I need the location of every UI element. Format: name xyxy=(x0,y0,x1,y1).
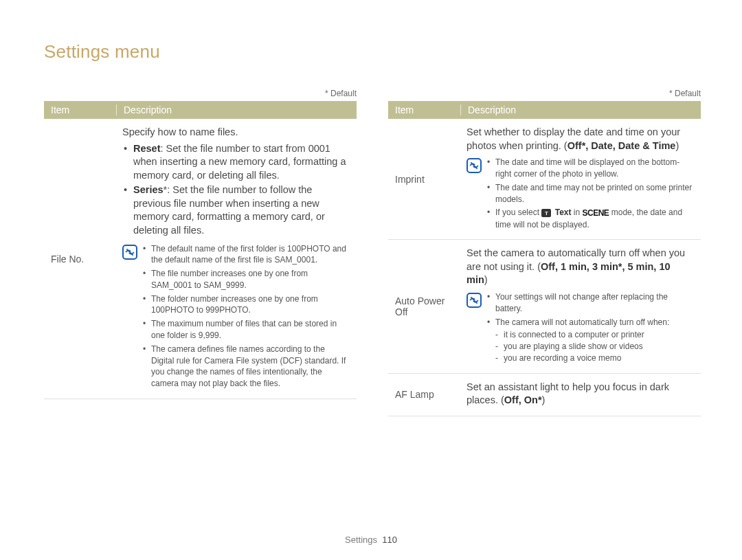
table-row: File No. Specify how to name files. Rese… xyxy=(44,119,357,399)
apo-sublist: it is connected to a computer or printer… xyxy=(495,329,694,363)
note-item: The date and time will be displayed on t… xyxy=(487,157,694,180)
th-item: Item xyxy=(44,104,117,115)
file-no-intro: Specify how to name files. xyxy=(122,126,350,139)
file-no-options: Reset: Set the file number to start from… xyxy=(122,142,350,238)
note-icon xyxy=(466,293,482,308)
aflamp-intro: Set an assistant light to help you focus… xyxy=(466,381,694,407)
default-note-right: * Default xyxy=(388,89,701,98)
imprint-intro: Set whether to display the date and time… xyxy=(466,126,694,153)
file-no-reset: Reset: Set the file number to start from… xyxy=(122,142,350,183)
row-description: Set the camera to automatically turn off… xyxy=(461,240,701,372)
page-footer: Settings 110 xyxy=(0,535,742,545)
default-note-left: * Default xyxy=(44,89,357,98)
file-no-notes: The default name of the first folder is … xyxy=(143,243,350,392)
th-item: Item xyxy=(388,104,461,115)
footer-section: Settings xyxy=(345,535,377,545)
sub-item: you are recording a voice memo xyxy=(495,352,694,364)
apo-intro: Set the camera to automatically turn off… xyxy=(466,247,694,287)
note-item: Your settings will not change after repl… xyxy=(487,291,694,315)
file-no-series: Series*: Set the file number to follow t… xyxy=(122,183,350,237)
reset-text: : Set the file number to start from 0001… xyxy=(133,143,346,181)
note-box: The default name of the first folder is … xyxy=(122,243,350,392)
note-box: The date and time will be displayed on t… xyxy=(466,157,694,232)
sub-item: it is connected to a computer or printer xyxy=(495,329,694,341)
note-icon xyxy=(122,245,137,260)
footer-page-number: 110 xyxy=(382,535,397,545)
note-item: The default name of the first folder is … xyxy=(143,243,350,267)
left-column: * Default Item Description File No. Spec… xyxy=(44,89,357,416)
note-item: If you select T Text in SCENE mode, the … xyxy=(487,207,694,230)
apo-notes: Your settings will not change after repl… xyxy=(487,291,694,366)
table-row: Imprint Set whether to display the date … xyxy=(388,119,701,240)
note-icon xyxy=(466,158,482,173)
content-columns: * Default Item Description File No. Spec… xyxy=(44,89,701,416)
table-header: Item Description xyxy=(388,101,701,119)
sub-item: you are playing a slide show or videos xyxy=(495,341,694,352)
table-header: Item Description xyxy=(44,101,357,119)
row-description: Set an assistant light to help you focus… xyxy=(461,374,701,416)
row-description: Specify how to name files. Reset: Set th… xyxy=(117,119,357,399)
row-item-label: Imprint xyxy=(388,119,461,239)
note-item: The camera defines file names according … xyxy=(143,344,350,390)
th-description: Description xyxy=(117,104,357,115)
scene-mode-icon: SCENE xyxy=(583,208,609,219)
note-item: The folder number increases one by one f… xyxy=(143,293,350,317)
row-description: Set whether to display the date and time… xyxy=(461,119,701,239)
row-item-label: File No. xyxy=(44,119,117,399)
table-body-right: Imprint Set whether to display the date … xyxy=(388,119,701,416)
row-item-label: AF Lamp xyxy=(388,374,461,416)
text-mode-icon: T xyxy=(541,209,551,217)
page-title: Settings menu xyxy=(44,41,701,63)
row-item-label: Auto Power Off xyxy=(388,240,461,372)
note-item: The date and time may not be printed on … xyxy=(487,182,694,205)
series-label: Series xyxy=(133,184,164,195)
imprint-notes: The date and time will be displayed on t… xyxy=(487,157,694,232)
note-box: Your settings will not change after repl… xyxy=(466,291,694,366)
note-item: The camera will not automatically turn o… xyxy=(487,317,694,364)
table-row: AF Lamp Set an assistant light to help y… xyxy=(388,374,701,416)
table-body-left: File No. Specify how to name files. Rese… xyxy=(44,119,357,399)
note-item: The file number increases one by one fro… xyxy=(143,268,350,291)
note-item: The maximum number of files that can be … xyxy=(143,318,350,341)
reset-label: Reset xyxy=(133,143,161,154)
right-column: * Default Item Description Imprint Set w… xyxy=(388,89,701,416)
th-description: Description xyxy=(461,104,701,115)
manual-page: Settings menu * Default Item Description… xyxy=(0,0,742,560)
table-row: Auto Power Off Set the camera to automat… xyxy=(388,240,701,373)
